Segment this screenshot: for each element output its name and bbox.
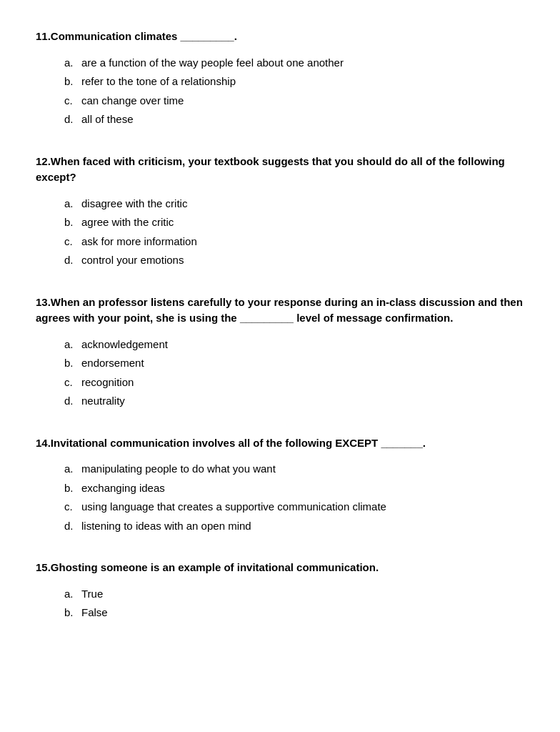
list-item: a.acknowledgement: [64, 337, 524, 353]
list-item: a.True: [64, 586, 524, 603]
list-item: a.manipulating people to do what you wan…: [64, 461, 524, 478]
option-text-q11-2: can change over time: [81, 93, 184, 109]
option-text-q13-3: neutrality: [81, 393, 125, 410]
list-item: a.are a function of the way people feel …: [64, 55, 524, 71]
option-text-q11-1: refer to the tone of a relationship: [81, 74, 236, 90]
option-text-q15-1: False: [81, 605, 108, 621]
option-text-q14-1: exchanging ideas: [81, 480, 165, 497]
option-label-q14-3: d.: [64, 518, 77, 535]
option-label-q11-0: a.: [64, 55, 77, 71]
option-text-q11-3: all of these: [81, 112, 134, 128]
option-label-q14-0: a.: [64, 461, 77, 478]
option-label-q11-2: c.: [64, 93, 77, 109]
question-block-q13: 13.When an professor listens carefully t…: [36, 295, 524, 410]
question-block-q11: 11.Communication climates _________.a.ar…: [36, 29, 524, 128]
question-text-q11: 11.Communication climates _________.: [36, 29, 524, 45]
options-list-q11: a.are a function of the way people feel …: [36, 55, 524, 128]
option-text-q14-2: using language that creates a supportive…: [81, 499, 386, 515]
question-number-q13: 13.: [36, 296, 51, 308]
option-text-q13-1: endorsement: [81, 355, 144, 372]
option-label-q13-3: d.: [64, 393, 77, 410]
options-list-q13: a.acknowledgementb.endorsementc.recognit…: [36, 337, 524, 410]
question-number-q11: 11.: [36, 30, 51, 42]
option-text-q12-3: control your emotions: [81, 252, 184, 269]
question-block-q12: 12.When faced with criticism, your textb…: [36, 154, 524, 269]
list-item: a.disagree with the critic: [64, 196, 524, 212]
option-label-q13-2: c.: [64, 375, 77, 391]
option-label-q14-1: b.: [64, 480, 77, 497]
question-text-q13: 13.When an professor listens carefully t…: [36, 295, 524, 327]
option-label-q14-2: c.: [64, 499, 77, 515]
list-item: d.neutrality: [64, 393, 524, 410]
options-list-q12: a.disagree with the criticb.agree with t…: [36, 196, 524, 269]
option-label-q13-0: a.: [64, 337, 77, 353]
option-label-q11-1: b.: [64, 74, 77, 90]
list-item: d.all of these: [64, 112, 524, 128]
question-text-q15: 15.Ghosting someone is an example of inv…: [36, 560, 524, 576]
list-item: d.listening to ideas with an open mind: [64, 518, 524, 535]
option-label-q12-1: b.: [64, 214, 77, 231]
option-text-q12-0: disagree with the critic: [81, 196, 187, 212]
option-label-q12-3: d.: [64, 252, 77, 269]
option-text-q15-0: True: [81, 586, 103, 603]
option-text-q13-0: acknowledgement: [81, 337, 168, 353]
option-text-q11-0: are a function of the way people feel ab…: [81, 55, 344, 71]
option-label-q12-0: a.: [64, 196, 77, 212]
option-text-q13-2: recognition: [81, 375, 134, 391]
options-list-q15: a.Trueb.False: [36, 586, 524, 621]
list-item: b.endorsement: [64, 355, 524, 372]
options-list-q14: a.manipulating people to do what you wan…: [36, 461, 524, 534]
list-item: d.control your emotions: [64, 252, 524, 269]
option-label-q13-1: b.: [64, 355, 77, 372]
list-item: c.can change over time: [64, 93, 524, 109]
list-item: b.refer to the tone of a relationship: [64, 74, 524, 90]
list-item: b.exchanging ideas: [64, 480, 524, 497]
list-item: c.recognition: [64, 375, 524, 391]
option-label-q11-3: d.: [64, 112, 77, 128]
question-block-q15: 15.Ghosting someone is an example of inv…: [36, 560, 524, 621]
option-text-q12-2: ask for more information: [81, 234, 197, 250]
questions-container: 11.Communication climates _________.a.ar…: [36, 29, 524, 621]
question-text-q12: 12.When faced with criticism, your textb…: [36, 154, 524, 186]
option-text-q14-0: manipulating people to do what you want: [81, 461, 276, 478]
question-number-q15: 15.: [36, 561, 51, 573]
question-text-q14: 14.Invitational communication involves a…: [36, 435, 524, 452]
option-text-q14-3: listening to ideas with an open mind: [81, 518, 251, 535]
list-item: c.using language that creates a supporti…: [64, 499, 524, 515]
list-item: b.False: [64, 605, 524, 621]
question-number-q14: 14.: [36, 437, 51, 449]
option-label-q15-1: b.: [64, 605, 77, 621]
option-text-q12-1: agree with the critic: [81, 214, 174, 231]
list-item: c.ask for more information: [64, 234, 524, 250]
list-item: b.agree with the critic: [64, 214, 524, 231]
option-label-q15-0: a.: [64, 586, 77, 603]
question-block-q14: 14.Invitational communication involves a…: [36, 435, 524, 535]
option-label-q12-2: c.: [64, 234, 77, 250]
question-number-q12: 12.: [36, 155, 51, 167]
